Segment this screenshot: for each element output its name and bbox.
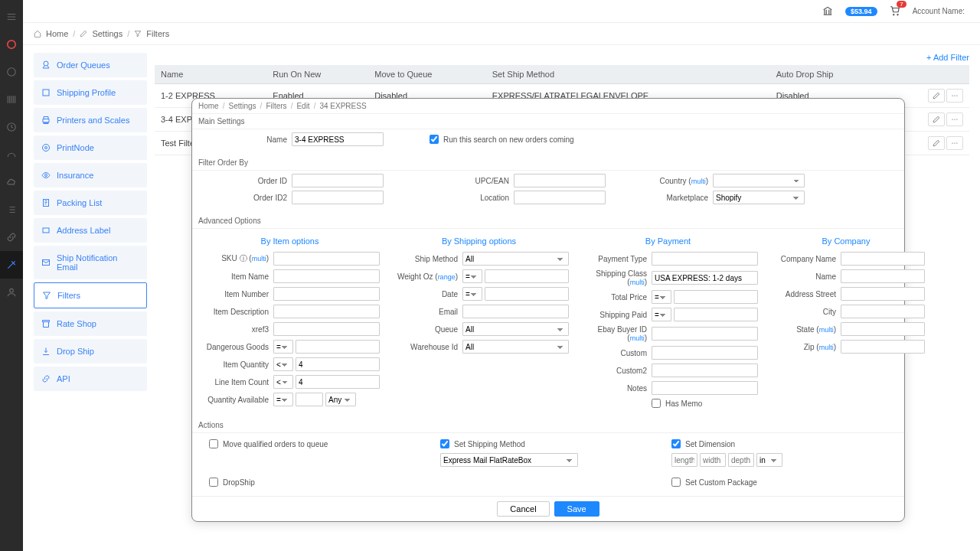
- date-op[interactable]: =: [462, 287, 482, 301]
- nav-link-icon[interactable]: [0, 223, 23, 251]
- qty-input[interactable]: [296, 357, 380, 371]
- sidebar-item-rateshop[interactable]: Rate Shop: [34, 311, 147, 336]
- name-input[interactable]: [292, 132, 384, 146]
- unit-select[interactable]: in: [756, 453, 782, 467]
- more-icon[interactable]: [946, 89, 963, 103]
- marketplace-select[interactable]: Shopify: [713, 191, 805, 204]
- line-input[interactable]: [296, 375, 380, 389]
- set-dim-checkbox[interactable]: Set Dimension: [671, 439, 887, 448]
- edit-icon[interactable]: [928, 89, 945, 103]
- sku-input[interactable]: [273, 252, 380, 266]
- cancel-button[interactable]: Cancel: [497, 501, 549, 517]
- danger-op[interactable]: =: [273, 340, 293, 354]
- notes-input[interactable]: [652, 381, 758, 395]
- sidebar-item-printnode[interactable]: PrintNode: [34, 135, 147, 160]
- edit-icon[interactable]: [928, 136, 945, 150]
- crumb-settings[interactable]: Settings: [92, 29, 122, 38]
- city-input[interactable]: [841, 305, 925, 318]
- save-button[interactable]: Save: [554, 501, 599, 517]
- depth-input[interactable]: [728, 453, 754, 467]
- sidebar-item-insurance[interactable]: Insurance: [34, 163, 147, 187]
- paytype-input[interactable]: [652, 252, 758, 266]
- nav-list-icon[interactable]: [0, 196, 23, 223]
- more-icon[interactable]: [946, 136, 963, 150]
- run-new-checkbox[interactable]: Run this search on new orders coming: [430, 135, 574, 144]
- nav-clock-icon[interactable]: [0, 113, 23, 141]
- cp-name-input[interactable]: [841, 269, 925, 283]
- paid-input[interactable]: [674, 308, 758, 321]
- sidebar-item-api[interactable]: API: [34, 367, 147, 391]
- sidebar-item-profile[interactable]: Shipping Profile: [34, 80, 147, 105]
- shipclass-input[interactable]: [652, 271, 758, 285]
- sidebar-item-label: Ship Notification Email: [57, 253, 139, 272]
- menu-icon[interactable]: [0, 3, 23, 31]
- sidebar-item-dropship[interactable]: Drop Ship: [34, 339, 147, 364]
- set-pkg-checkbox[interactable]: Set Custom Package: [671, 478, 887, 487]
- warehouse-select[interactable]: All: [462, 340, 569, 354]
- queue-select[interactable]: All: [462, 322, 569, 336]
- item-number-input[interactable]: [273, 287, 380, 301]
- avail-any[interactable]: Any: [325, 393, 356, 406]
- weight-input[interactable]: [485, 269, 569, 283]
- edit-icon[interactable]: [928, 112, 945, 126]
- sidebar-item-filters[interactable]: Filters: [34, 282, 147, 308]
- logo-icon[interactable]: [0, 31, 23, 58]
- price-op[interactable]: =: [652, 290, 671, 304]
- balance-badge[interactable]: $53.94: [845, 7, 877, 16]
- sidebar-item-address[interactable]: Address Label: [34, 218, 147, 243]
- sidebar-item-label: Printers and Scales: [57, 116, 129, 125]
- state-input[interactable]: [841, 322, 925, 336]
- crumb-filters[interactable]: Filters: [146, 29, 169, 38]
- width-input[interactable]: [700, 453, 726, 467]
- svg-point-13: [956, 95, 957, 96]
- bank-icon[interactable]: [822, 5, 833, 18]
- nav-settings-icon[interactable]: [0, 251, 23, 279]
- company-input[interactable]: [841, 252, 925, 266]
- xref3-input[interactable]: [273, 322, 380, 336]
- col-run: Run On New: [266, 65, 368, 84]
- addr-input[interactable]: [841, 287, 925, 301]
- nav-cloud-icon[interactable]: [0, 168, 23, 196]
- svg-point-12: [954, 95, 955, 96]
- nav-gauge-icon[interactable]: [0, 141, 23, 168]
- avail-op[interactable]: =: [273, 393, 293, 406]
- danger-input[interactable]: [296, 340, 380, 354]
- memo-checkbox[interactable]: Has Memo: [652, 399, 702, 408]
- sidebar-item-printers[interactable]: Printers and Scales: [34, 108, 147, 132]
- crumb-home[interactable]: Home: [46, 29, 68, 38]
- length-input[interactable]: [671, 453, 697, 467]
- move-queue-checkbox[interactable]: Move qualified orders to queue: [209, 439, 425, 448]
- price-input[interactable]: [674, 290, 758, 304]
- nav-barcode-icon[interactable]: [0, 86, 23, 113]
- email-input[interactable]: [462, 305, 569, 318]
- zip-input[interactable]: [841, 340, 925, 354]
- nav-user-icon[interactable]: [0, 279, 23, 306]
- paid-op[interactable]: =: [652, 308, 671, 321]
- dropship-checkbox[interactable]: DropShip: [209, 478, 425, 487]
- add-filter-button[interactable]: + Add Filter: [926, 53, 969, 62]
- custom2-input[interactable]: [652, 364, 758, 377]
- item-desc-input[interactable]: [273, 305, 380, 318]
- location-input[interactable]: [514, 191, 606, 204]
- cart-icon[interactable]: 7: [890, 5, 900, 18]
- order-id2-input[interactable]: [292, 191, 384, 204]
- set-ship-select[interactable]: Express Mail FlatRateBox: [440, 453, 578, 467]
- nav-dash-icon[interactable]: [0, 58, 23, 86]
- upc-input[interactable]: [514, 174, 606, 187]
- avail-input[interactable]: [296, 393, 323, 406]
- custom-input[interactable]: [652, 346, 758, 360]
- sidebar-item-packing[interactable]: Packing List: [34, 191, 147, 215]
- order-id-input[interactable]: [292, 174, 384, 187]
- country-select[interactable]: [713, 174, 805, 187]
- sidebar-item-email[interactable]: Ship Notification Email: [34, 246, 147, 279]
- more-icon[interactable]: [946, 112, 963, 126]
- line-op[interactable]: <: [273, 375, 293, 389]
- qty-op[interactable]: <: [273, 357, 293, 371]
- item-name-input[interactable]: [273, 269, 380, 283]
- date-input[interactable]: [485, 287, 569, 301]
- ebay-input[interactable]: [652, 327, 758, 341]
- weight-op[interactable]: =: [462, 269, 482, 283]
- sidebar-item-queues[interactable]: Order Queues: [34, 53, 147, 77]
- set-ship-checkbox[interactable]: Set Shipping Method: [440, 439, 656, 448]
- ship-method-select[interactable]: All: [462, 252, 569, 266]
